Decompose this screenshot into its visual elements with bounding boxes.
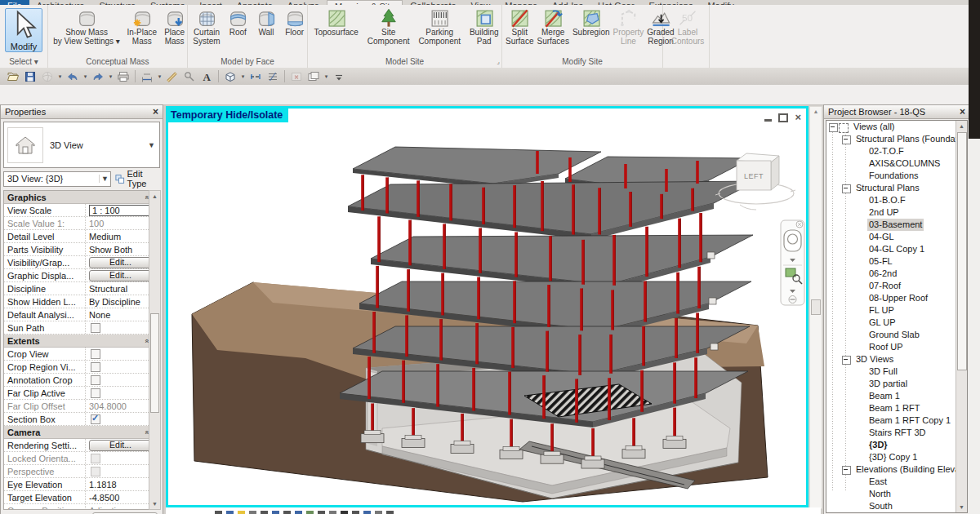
property-value[interactable]: 304.8000 <box>86 400 152 412</box>
site-component-button[interactable]: SiteComponent <box>366 7 412 47</box>
measure-button[interactable] <box>164 69 180 84</box>
scroll-up-icon[interactable]: ▲ <box>149 191 160 202</box>
view-control-icon[interactable] <box>249 511 256 514</box>
edit-button[interactable]: Edit... <box>89 257 152 268</box>
tree-item-05-fl[interactable]: 05-FL <box>826 255 967 268</box>
tree-expand-icon[interactable] <box>842 184 851 193</box>
thin-lines-button[interactable] <box>265 69 281 84</box>
property-value[interactable] <box>86 348 152 360</box>
view-control-icon[interactable] <box>329 511 336 514</box>
property-value[interactable]: -4.8500 <box>86 491 152 503</box>
scroll-down-icon[interactable]: ▼ <box>149 498 160 509</box>
property-value[interactable]: 1.1818 <box>86 478 152 490</box>
tree-item-ground-slab[interactable]: Ground Slab <box>826 329 967 341</box>
tree-item-03-basement[interactable]: 03-Basement <box>826 219 967 231</box>
tree-item-elevations-building-elevatic[interactable]: Elevations (Building Elevatic <box>826 463 967 476</box>
roof-button[interactable]: Roof <box>225 7 250 38</box>
property-value[interactable] <box>86 465 152 477</box>
tree-item-01-b-o-f[interactable]: 01-B.O.F <box>826 194 967 206</box>
scroll-down-icon[interactable]: ▼ <box>956 502 967 512</box>
split-surface-button[interactable]: SplitSurface <box>504 7 535 47</box>
temporary-hide-isolate-badge[interactable]: Temporary Hide/Isolate <box>168 109 288 122</box>
redo-dropdown-icon[interactable]: ▾ <box>107 73 114 80</box>
property-value[interactable]: Show Both <box>86 243 152 255</box>
tree-item-foundations[interactable]: Foundations <box>826 170 967 182</box>
scroll-up-icon[interactable]: ▲ <box>810 107 822 117</box>
scroll-up-icon[interactable]: ▲ <box>956 121 967 131</box>
tree-item-structural-plans-foundation[interactable]: Structural Plans (Foundation <box>826 133 967 145</box>
project-browser-title-bar[interactable]: Project Browser - 18-QS × <box>824 105 969 119</box>
tree-expand-icon[interactable] <box>842 135 851 144</box>
switch-windows-dropdown-icon[interactable]: ▾ <box>323 73 330 80</box>
section-header-extents[interactable]: Extents« <box>4 335 152 348</box>
property-value[interactable]: Edit... <box>86 269 152 281</box>
property-value[interactable] <box>86 387 152 399</box>
tree-item-views-all-[interactable]: Views (all) <box>826 121 967 133</box>
building-pad-button[interactable]: BuildingPad <box>468 7 501 47</box>
view-control-icon[interactable] <box>215 511 222 514</box>
view-control-icon[interactable] <box>238 511 245 514</box>
chevron-down-icon[interactable]: ▼ <box>148 141 159 149</box>
view-control-icon[interactable] <box>226 511 234 514</box>
property-value[interactable]: Structural <box>86 282 152 295</box>
scrollbar-thumb[interactable] <box>150 313 159 413</box>
property-value[interactable] <box>86 374 152 386</box>
view-control-icon[interactable] <box>386 511 394 514</box>
view-control-icon[interactable] <box>352 511 359 514</box>
sync-dropdown-icon[interactable]: ▾ <box>56 73 64 80</box>
default-3d-view-dropdown-icon[interactable]: ▾ <box>239 73 247 80</box>
view-control-icon[interactable] <box>375 511 382 514</box>
property-value[interactable]: Edit... <box>86 439 152 451</box>
section-header-graphics[interactable]: Graphics« <box>4 191 152 204</box>
edit-button[interactable]: Edit... <box>89 270 152 281</box>
modify-button[interactable]: Modify <box>5 8 42 52</box>
property-value[interactable] <box>86 452 152 464</box>
tree-item-north[interactable]: North <box>826 488 967 500</box>
checkbox[interactable] <box>91 414 100 424</box>
close-icon[interactable]: × <box>153 107 158 117</box>
tree-expand-icon[interactable] <box>842 466 851 475</box>
undo-dropdown-icon[interactable]: ▾ <box>82 73 89 80</box>
floor-button[interactable]: Floor <box>283 7 307 38</box>
drawing-area[interactable]: LEFT Temporary Hide/Isolate × <box>166 106 808 507</box>
redo-button[interactable] <box>90 69 106 84</box>
tree-item-06-2nd[interactable]: 06-2nd <box>826 268 967 280</box>
toposurface-button[interactable]: Toposurface <box>312 7 359 38</box>
view-control-icon[interactable] <box>272 511 279 514</box>
property-value[interactable] <box>86 413 152 425</box>
tree-item-fl-up[interactable]: FL UP <box>826 304 967 317</box>
close-icon[interactable]: × <box>960 107 965 117</box>
aligned-dimension-button[interactable] <box>139 69 155 84</box>
wall-button[interactable]: Wall <box>254 7 278 38</box>
place-mass-button[interactable]: PlaceMass <box>163 7 187 47</box>
tree-item-3d-views[interactable]: 3D Views <box>826 353 967 366</box>
tree-item-south[interactable]: South <box>826 500 967 512</box>
value-field[interactable]: 1 : 100 <box>89 205 152 216</box>
view-control-icon[interactable] <box>306 511 314 514</box>
scrollbar-thumb[interactable] <box>957 132 967 370</box>
tree-item-roof-up[interactable]: Roof UP <box>826 341 967 353</box>
show-mass-by-view-settings-button[interactable]: Show Massby View Settings ▾ <box>51 7 122 47</box>
view-control-icon[interactable] <box>318 511 325 514</box>
property-value[interactable]: 1 : 100 <box>86 204 152 216</box>
aligned-dimension-dropdown-icon[interactable]: ▾ <box>156 73 163 80</box>
tree-item--3d-copy-1[interactable]: {3D} Copy 1 <box>826 451 967 463</box>
type-selector[interactable]: 3D View ▼ <box>3 122 160 168</box>
in-place-mass-button[interactable]: In-PlaceMass <box>125 7 158 47</box>
section-header-camera[interactable]: Camera« <box>4 426 152 439</box>
property-value[interactable]: Medium <box>86 230 152 242</box>
property-value[interactable]: 100 <box>86 217 152 229</box>
tree-scrollbar[interactable]: ▲ ▼ <box>956 121 967 512</box>
parking-component-button[interactable]: ParkingComponent <box>416 7 462 47</box>
properties-scrollbar[interactable]: ▲ ▼ <box>149 190 161 510</box>
edit-type-button[interactable]: Edit Type <box>115 169 160 188</box>
save-button[interactable] <box>22 69 38 84</box>
tree-item-stairs-rft-3d[interactable]: Stairs RFT 3D <box>826 427 967 439</box>
panel-popout-icon[interactable]: ⌟ <box>497 57 500 67</box>
view-control-icon[interactable] <box>283 511 291 514</box>
tree-item-axis-columns[interactable]: AXIS&COLUMNS <box>826 157 967 170</box>
customize-qat-button[interactable] <box>331 69 347 84</box>
property-value[interactable]: Edit... <box>86 256 152 268</box>
checkbox[interactable] <box>91 362 100 372</box>
section-button[interactable] <box>247 69 264 84</box>
